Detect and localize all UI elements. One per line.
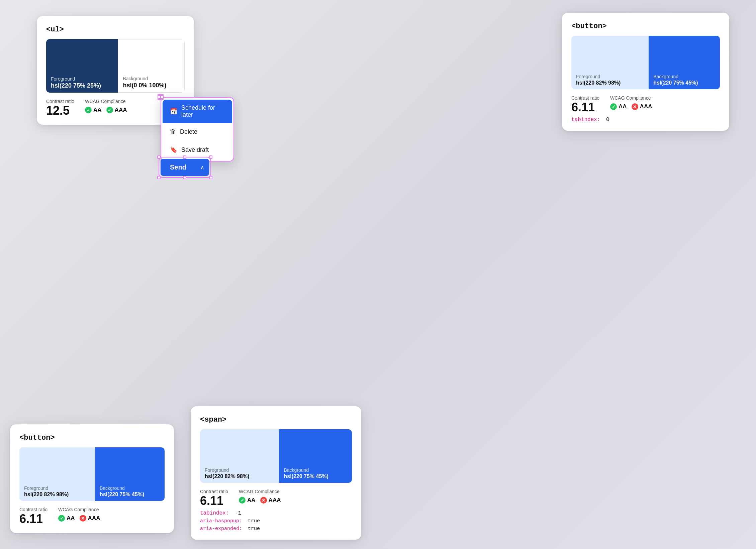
- swatch-bg-span: Background hsl(220 75% 45%): [279, 429, 352, 483]
- card-button-tr-metrics: Contrast ratio 6.11 WCAG Compliance ✓ AA…: [571, 95, 720, 113]
- wcag-section-span: WCAG Compliance ✓ AA ✕ AAA: [239, 489, 281, 504]
- handle-bl-send: [157, 176, 161, 179]
- tabindex-row-btn-tr: tabindex: 0: [571, 117, 720, 123]
- swatch-fg-span: Foreground hsl(220 82% 98%): [200, 429, 279, 483]
- contrast-label-span: Contrast ratio: [200, 489, 228, 494]
- wcag-label-btn-bl: WCAG Compliance: [58, 507, 100, 512]
- contrast-label-btn-bl: Contrast ratio: [19, 507, 48, 512]
- swatch-bg-btn-tr: Background hsl(220 75% 45%): [649, 36, 720, 89]
- handle-tl-send: [157, 155, 161, 159]
- aaa-badge-ul: ✓ AAA: [106, 107, 127, 113]
- aa-icon-span: ✓: [239, 497, 246, 504]
- tabindex-key-btn-tr: tabindex:: [571, 117, 600, 123]
- card-button-tr-swatches: Foreground hsl(220 82% 98%) Background h…: [571, 36, 720, 89]
- aaa-icon-btn-bl: ✕: [80, 515, 86, 522]
- aria-haspopup-key: aria-haspopup:: [200, 518, 242, 524]
- contrast-group-span: Contrast ratio 6.11: [200, 489, 228, 507]
- send-button-area: Send ∧: [161, 159, 209, 176]
- bg-label-btn-tr: Background: [653, 74, 715, 79]
- aa-label-ul: AA: [93, 107, 102, 113]
- card-span-br-metrics: Contrast ratio 6.11 WCAG Compliance ✓ AA…: [200, 489, 352, 507]
- swatch-fg-btn-tr: Foreground hsl(220 82% 98%): [571, 36, 649, 89]
- fg-label-span: Foreground: [205, 467, 274, 473]
- schedule-label: Schedule for later: [181, 104, 225, 118]
- card-button-tr: <button> Foreground hsl(220 82% 98%) Bac…: [562, 13, 729, 131]
- fg-value-ul: hsl(220 75% 25%): [51, 82, 113, 89]
- contrast-value-ul: 12.5: [46, 105, 74, 117]
- bg-value-span: hsl(220 75% 45%): [284, 473, 347, 479]
- aaa-label-btn-tr: AAA: [640, 103, 652, 110]
- dropdown-item-delete[interactable]: 🗑 Delete: [161, 123, 233, 141]
- fg-label-btn-tr: Foreground: [576, 74, 644, 79]
- card-span-br-tag: <span>: [200, 416, 352, 424]
- bg-value-ul: hsl(0 0% 100%): [123, 82, 180, 89]
- wcag-label-ul: WCAG Compliance: [85, 99, 127, 104]
- card-button-bl-tag: <button>: [19, 434, 165, 442]
- card-span-br: <span> Foreground hsl(220 82% 98%) Backg…: [191, 406, 361, 540]
- aaa-badge-btn-tr: ✕ AAA: [632, 103, 652, 110]
- bg-label-span: Background: [284, 467, 347, 473]
- trash-icon: 🗑: [170, 128, 176, 135]
- wcag-section-btn-bl: WCAG Compliance ✓ AA ✕ AAA: [58, 507, 100, 522]
- swatch-foreground-ul: Foreground hsl(220 75% 25%): [46, 39, 118, 93]
- aria-expanded-row: aria-expanded: true: [200, 526, 352, 532]
- fg-value-btn-bl: hsl(220 82% 98%): [24, 491, 90, 498]
- contrast-group-btn-tr: Contrast ratio 6.11: [571, 95, 599, 113]
- aa-label-span: AA: [247, 497, 256, 504]
- contrast-group-ul: Contrast ratio 12.5: [46, 99, 74, 117]
- aa-badge-ul: ✓ AA: [85, 107, 102, 113]
- contrast-label-btn-tr: Contrast ratio: [571, 95, 599, 101]
- aaa-label-ul: AAA: [115, 107, 127, 113]
- aria-haspopup-row: aria-haspopup: true: [200, 518, 352, 524]
- contrast-value-span: 6.11: [200, 495, 228, 507]
- contrast-label-ul: Contrast ratio: [46, 99, 74, 104]
- swatch-background-ul: Background hsl(0 0% 100%): [118, 39, 185, 93]
- aaa-icon-btn-tr: ✕: [632, 103, 638, 110]
- card-button-bl-swatches: Foreground hsl(220 82% 98%) Background h…: [19, 447, 165, 501]
- tabindex-row-span: tabindex: -1: [200, 510, 352, 516]
- dropdown-item-save-draft[interactable]: 🔖 Save draft: [161, 141, 233, 159]
- send-arrow-button[interactable]: ∧: [196, 159, 209, 176]
- wcag-badges-btn-tr: ✓ AA ✕ AAA: [610, 103, 652, 110]
- card-button-bl-metrics: Contrast ratio 6.11 WCAG Compliance ✓ AA…: [19, 507, 165, 525]
- bg-value-btn-bl: hsl(220 75% 45%): [100, 491, 160, 498]
- send-button[interactable]: Send: [161, 159, 196, 176]
- wcag-badges-ul: ✓ AA ✓ AAA: [85, 107, 127, 113]
- fg-label-btn-bl: Foreground: [24, 485, 90, 491]
- aria-expanded-key: aria-expanded:: [200, 526, 242, 532]
- aa-badge-btn-tr: ✓ AA: [610, 103, 627, 110]
- handle-br-send: [209, 176, 212, 179]
- wcag-label-span: WCAG Compliance: [239, 489, 281, 494]
- wcag-section-ul: WCAG Compliance ✓ AA ✓ AAA: [85, 99, 127, 113]
- card-ul-swatches: Foreground hsl(220 75% 25%) Background h…: [46, 39, 185, 93]
- bg-label-btn-bl: Background: [100, 485, 160, 491]
- bg-value-btn-tr: hsl(220 75% 45%): [653, 80, 715, 86]
- aaa-icon-span: ✕: [260, 497, 267, 504]
- handle-bc-send: [183, 176, 186, 179]
- wcag-badges-span: ✓ AA ✕ AAA: [239, 497, 281, 504]
- tabindex-val-span: -1: [235, 510, 241, 516]
- aa-badge-span: ✓ AA: [239, 497, 256, 504]
- wcag-label-btn-tr: WCAG Compliance: [610, 95, 652, 101]
- delete-label: Delete: [180, 128, 197, 135]
- contrast-group-btn-bl: Contrast ratio 6.11: [19, 507, 48, 525]
- fg-value-span: hsl(220 82% 98%): [205, 473, 274, 479]
- swatch-bg-btn-bl: Background hsl(220 75% 45%): [95, 447, 165, 501]
- dropdown-item-schedule[interactable]: 📅 Schedule for later: [163, 100, 232, 123]
- bookmark-icon: 🔖: [170, 146, 177, 153]
- aa-label-btn-bl: AA: [67, 515, 75, 522]
- aaa-badge-span: ✕ AAA: [260, 497, 281, 504]
- contrast-value-btn-bl: 6.11: [19, 513, 48, 525]
- aa-icon-btn-tr: ✓: [610, 103, 617, 110]
- aaa-icon-ul: ✓: [106, 107, 113, 113]
- aa-icon-btn-bl: ✓: [58, 515, 65, 522]
- aria-haspopup-val: true: [248, 518, 260, 524]
- aa-badge-btn-bl: ✓ AA: [58, 515, 75, 522]
- aria-expanded-val: true: [248, 526, 260, 532]
- dropdown-menu[interactable]: 📅 Schedule for later 🗑 Delete 🔖 Save dra…: [161, 97, 234, 161]
- calendar-icon: 📅: [170, 108, 177, 115]
- wcag-badges-btn-bl: ✓ AA ✕ AAA: [58, 515, 100, 522]
- swatch-fg-btn-bl: Foreground hsl(220 82% 98%): [19, 447, 95, 501]
- aa-icon-ul: ✓: [85, 107, 92, 113]
- wcag-section-btn-tr: WCAG Compliance ✓ AA ✕ AAA: [610, 95, 652, 110]
